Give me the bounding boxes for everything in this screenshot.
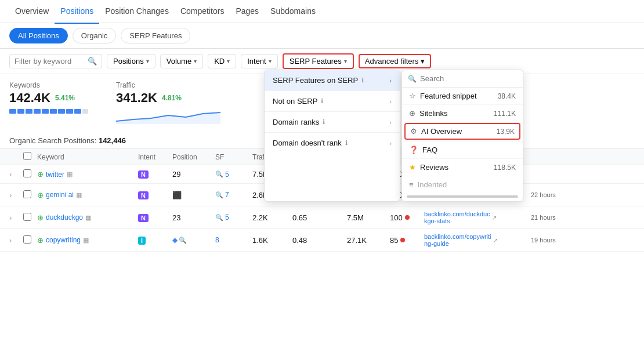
- keyword-cell: ⊕ twitter ▦: [37, 170, 136, 179]
- expand-btn[interactable]: ›: [9, 170, 21, 179]
- url-link[interactable]: backlinko.com/duckduckgo-stats: [424, 210, 490, 224]
- nav-item-position-changes[interactable]: Position Changes: [99, 0, 175, 24]
- traffic-number: 341.2K: [116, 90, 157, 106]
- serp-item-domain-ranks[interactable]: Domain ranks ℹ ›: [265, 111, 400, 132]
- feature-item-indented[interactable]: ≡ Indented: [402, 176, 523, 193]
- nav-item-overview[interactable]: Overview: [9, 0, 55, 24]
- top-nav: Overview Positions Position Changes Comp…: [0, 0, 644, 23]
- row-checkbox[interactable]: [23, 213, 35, 223]
- chevron-right-icon: ›: [389, 119, 392, 126]
- scrollbar-hint: [407, 195, 518, 198]
- keyword-search-input[interactable]: [15, 57, 84, 66]
- kd-cell: 85: [390, 236, 422, 245]
- serp-item-not-on-serp[interactable]: Not on SERP ℹ ›: [265, 90, 400, 111]
- reviews-icon: ★: [409, 163, 416, 172]
- keyword-plus-icon: ⊕: [37, 213, 44, 222]
- chevron-right-icon: ›: [389, 77, 392, 84]
- expand-btn[interactable]: ›: [9, 236, 21, 245]
- volume-filter-btn[interactable]: Volume ▾: [160, 54, 203, 68]
- positions-filter-btn[interactable]: Positions ▾: [107, 54, 155, 68]
- feature-item-reviews[interactable]: ★ Reviews 118.5K: [402, 158, 523, 176]
- tab-organic[interactable]: Organic: [73, 28, 117, 43]
- chevron-down-icon: ▾: [269, 58, 272, 64]
- sf-cell: 8: [215, 236, 250, 244]
- feature-item-sitelinks[interactable]: ⊕ Sitelinks 111.1K: [402, 104, 523, 122]
- keyword-link[interactable]: twitter: [46, 170, 64, 179]
- keyword-link[interactable]: gemini ai: [46, 191, 74, 199]
- keyword-link[interactable]: duckduckgo: [46, 213, 83, 221]
- keyword-filter-input[interactable]: 🔍: [9, 54, 102, 68]
- intent-cell: I: [138, 236, 170, 245]
- sf-num[interactable]: 7: [225, 191, 229, 199]
- chevron-down-icon: ▾: [227, 58, 230, 64]
- position-cell: ⬛: [172, 191, 213, 199]
- intent-cell: N: [138, 170, 170, 179]
- url-cell: backlinko.com/copywriting-guide ↗: [424, 233, 529, 247]
- chevron-down-icon: ▾: [421, 57, 425, 66]
- position-cell: ◆ 🔍: [172, 236, 213, 244]
- chevron-down-icon: ▾: [194, 58, 197, 64]
- expand-btn[interactable]: ›: [9, 191, 21, 199]
- keyword-save-icon: ▦: [85, 214, 91, 221]
- nav-item-pages[interactable]: Pages: [230, 0, 265, 24]
- advanced-filters-btn[interactable]: Advanced filters ▾: [359, 54, 432, 68]
- nav-item-positions[interactable]: Positions: [55, 0, 99, 24]
- keyword-plus-icon: ⊕: [37, 236, 44, 245]
- expand-btn[interactable]: ›: [9, 213, 21, 222]
- header-checkbox[interactable]: [23, 152, 35, 162]
- intent-cell: N: [138, 191, 170, 199]
- keyword-save-icon: ▦: [76, 191, 82, 199]
- time-cell: 22 hours: [531, 191, 583, 198]
- header-intent: Intent: [138, 153, 170, 161]
- external-link-icon[interactable]: ↗: [493, 237, 498, 244]
- traffic-label: Traffic: [116, 81, 220, 89]
- serp-item-domain-no-rank[interactable]: Domain doesn't rank ℹ ›: [265, 132, 400, 153]
- sf-icon2: 🔍: [179, 237, 187, 244]
- feature-count: 13.9K: [497, 128, 515, 136]
- row-checkbox[interactable]: [23, 169, 35, 179]
- header-position: Position: [172, 153, 213, 161]
- sf-num[interactable]: 5: [225, 213, 229, 221]
- nav-item-subdomains[interactable]: Subdomains: [265, 0, 321, 24]
- features-search-bar[interactable]: 🔍: [402, 70, 523, 88]
- traffic-pct: 4.81%: [162, 94, 182, 102]
- traffic-metric: Traffic 341.2K 4.81%: [116, 81, 220, 126]
- keyword-link[interactable]: copywriting: [46, 236, 81, 244]
- traffic-sparkline: [116, 107, 220, 126]
- info-icon: ℹ: [323, 118, 325, 126]
- serp-features-filter-btn[interactable]: SERP Features ▾: [283, 53, 354, 69]
- feature-item-featured-snippet[interactable]: ☆ Featured snippet 38.4K: [402, 88, 523, 104]
- row-checkbox[interactable]: [23, 190, 35, 200]
- info-icon: ℹ: [361, 77, 364, 84]
- feature-item-ai-overview[interactable]: ⚙ AI Overview 13.9K: [404, 123, 520, 140]
- kd-dot: [405, 215, 410, 220]
- tab-all-positions[interactable]: All Positions: [9, 28, 68, 43]
- traffic-cell: 1.6K: [252, 236, 290, 245]
- url-link[interactable]: backlinko.com/copywriting-guide: [424, 233, 491, 247]
- feature-count: 38.4K: [498, 92, 516, 100]
- external-link-icon[interactable]: ↗: [492, 215, 497, 221]
- feature-item-faq[interactable]: ❓ FAQ: [402, 141, 523, 158]
- faq-icon: ❓: [409, 146, 418, 154]
- features-search-input[interactable]: [420, 74, 517, 83]
- intent-filter-btn[interactable]: Intent ▾: [241, 54, 278, 68]
- header-sf: SF: [215, 153, 250, 161]
- chevron-right-icon: ›: [389, 98, 392, 105]
- keywords-label: Keywords: [9, 81, 88, 89]
- header-keyword: Keyword: [37, 153, 136, 161]
- tab-serp-features[interactable]: SERP Features: [121, 28, 190, 43]
- keywords-bar: [9, 109, 88, 114]
- nav-item-competitors[interactable]: Competitors: [175, 0, 230, 24]
- serp-item-on-serp[interactable]: SERP Features on SERP ℹ ›: [265, 70, 400, 90]
- keyword-cell: ⊕ gemini ai ▦: [37, 191, 136, 199]
- search-icon: 🔍: [88, 57, 97, 66]
- keywords-value-row: 142.4K 5.41%: [9, 90, 88, 106]
- sf-num[interactable]: 5: [225, 170, 229, 179]
- kd-filter-btn[interactable]: KD ▾: [208, 54, 236, 68]
- sf-num[interactable]: 8: [215, 236, 219, 244]
- keyword-save-icon: ▦: [83, 237, 89, 244]
- row-checkbox[interactable]: [23, 235, 35, 245]
- search-icon: 🔍: [408, 75, 417, 83]
- traffic-pct-cell: 0.48: [292, 236, 345, 245]
- kd-cell: 100: [390, 213, 422, 222]
